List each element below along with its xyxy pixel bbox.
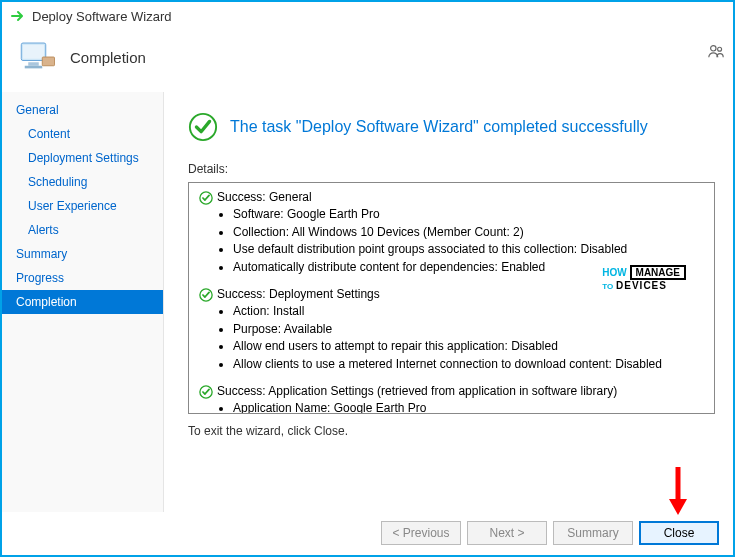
- wizard-nav: GeneralContentDeployment SettingsSchedul…: [2, 92, 164, 512]
- svg-marker-12: [669, 499, 687, 515]
- titlebar: Deploy Software Wizard: [2, 2, 733, 30]
- detail-item: Application Name: Google Earth Pro: [233, 400, 704, 414]
- summary-button: Summary: [553, 521, 633, 545]
- computer-icon: [16, 36, 58, 78]
- nav-item-general[interactable]: General: [2, 98, 163, 122]
- close-button[interactable]: Close: [639, 521, 719, 545]
- detail-item: Purpose: Available: [233, 321, 704, 338]
- previous-button: < Previous: [381, 521, 461, 545]
- details-label: Details:: [188, 162, 715, 176]
- svg-point-5: [711, 46, 716, 51]
- main-panel: The task "Deploy Software Wizard" comple…: [164, 92, 733, 512]
- wizard-buttons: < Previous Next > Summary Close: [381, 521, 719, 545]
- section-bullets: Application Name: Google Earth ProApplic…: [233, 400, 704, 414]
- svg-rect-4: [42, 57, 54, 66]
- success-check-icon: [188, 112, 218, 142]
- check-icon: [199, 191, 213, 205]
- nav-item-alerts[interactable]: Alerts: [2, 218, 163, 242]
- detail-item: Collection: All Windows 10 Devices (Memb…: [233, 224, 704, 241]
- svg-rect-3: [25, 66, 43, 69]
- watermark: HOW MANAGE TO DEVICES: [602, 265, 686, 292]
- detail-item: Software: Google Earth Pro: [233, 206, 704, 223]
- details-section: Success: Deployment SettingsAction: Inst…: [199, 286, 704, 373]
- exit-hint: To exit the wizard, click Close.: [188, 424, 715, 438]
- next-button: Next >: [467, 521, 547, 545]
- check-icon: [199, 288, 213, 302]
- svg-rect-1: [23, 45, 44, 59]
- section-title: Success: General: [199, 189, 704, 206]
- header: Completion: [2, 30, 733, 92]
- detail-item: Action: Install: [233, 303, 704, 320]
- nav-item-progress[interactable]: Progress: [2, 266, 163, 290]
- forward-arrow-icon: [10, 8, 26, 24]
- success-message: The task "Deploy Software Wizard" comple…: [230, 118, 648, 136]
- detail-item: Allow end users to attempt to repair thi…: [233, 338, 704, 355]
- details-section: Success: GeneralSoftware: Google Earth P…: [199, 189, 704, 276]
- window-title: Deploy Software Wizard: [32, 9, 171, 24]
- details-box[interactable]: HOW MANAGE TO DEVICES Success: GeneralSo…: [188, 182, 715, 414]
- nav-item-summary[interactable]: Summary: [2, 242, 163, 266]
- page-title: Completion: [70, 49, 146, 66]
- svg-point-6: [718, 47, 722, 51]
- detail-item: Use default distribution point groups as…: [233, 241, 704, 258]
- nav-item-user-experience[interactable]: User Experience: [2, 194, 163, 218]
- nav-item-deployment-settings[interactable]: Deployment Settings: [2, 146, 163, 170]
- nav-item-completion[interactable]: Completion: [2, 290, 163, 314]
- nav-item-content[interactable]: Content: [2, 122, 163, 146]
- users-icon: [707, 42, 725, 63]
- section-title: Success: Application Settings (retrieved…: [199, 383, 704, 400]
- nav-item-scheduling[interactable]: Scheduling: [2, 170, 163, 194]
- section-bullets: Action: InstallPurpose: AvailableAllow e…: [233, 303, 704, 373]
- check-icon: [199, 385, 213, 399]
- details-section: Success: Application Settings (retrieved…: [199, 383, 704, 414]
- red-arrow-annotation: [667, 465, 689, 515]
- svg-rect-2: [28, 62, 39, 66]
- detail-item: Allow clients to use a metered Internet …: [233, 356, 704, 373]
